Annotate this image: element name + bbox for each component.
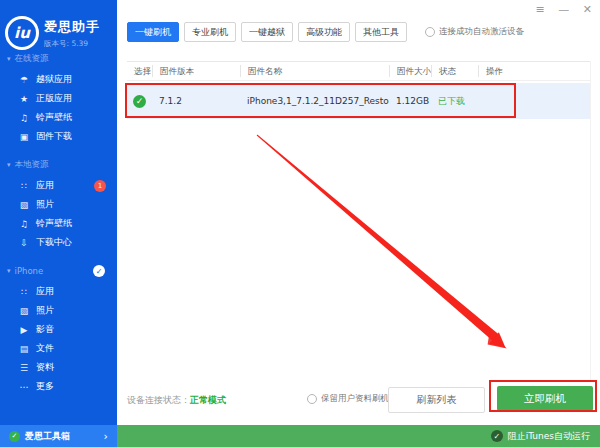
list-icon: ☰ [17,363,31,373]
sidebar-item-label: 铃声壁纸 [36,217,72,230]
sidebar-section-label: 在线资源 [15,53,49,65]
row-firmware-version: 7.1.2 [152,96,240,106]
tab-advanced-features[interactable]: 高级功能 [298,22,350,42]
row-status-downloaded: 已下载 [431,95,478,108]
sidebar-item-label: 照片 [36,304,54,317]
sidebar-item-label: 正版应用 [36,92,72,105]
block-itunes-check-icon[interactable]: ✓ [491,430,503,442]
column-header-firmware-version: 固件版本 [152,65,240,77]
media-play-icon: ▶ [17,325,31,335]
sidebar-item-download-center[interactable]: ⇩ 下载中心 [0,233,117,252]
table-header: 选择 固件版本 固件名称 固件大小 状态 操作 [127,61,590,81]
download-icon: ⇩ [17,238,31,248]
radio-circle-icon[interactable] [307,394,317,404]
device-connected-check-icon: ✓ [93,265,105,277]
sidebar-item-label: 固件下载 [36,130,72,143]
photo-icon: ▧ [17,306,31,316]
sidebar-item-local-apps[interactable]: ∷ 应用 1 [0,176,117,195]
row-firmware-name: iPhone3,1_7.1.2_11D257_Restore.ipsw [240,96,389,106]
toolbox-bar[interactable]: ✓ 爱思工具箱 › [0,425,117,447]
sidebar-item-device-media[interactable]: ▶ 影音 [0,320,117,339]
flash-now-button[interactable]: 立即刷机 [497,386,593,411]
sidebar-section-label: 本地资源 [15,159,49,171]
sidebar-item-device-apps[interactable]: ∷ 应用 [0,282,117,301]
column-header-select: 选择 [127,65,152,77]
sidebar-item-label: 更多 [36,380,54,393]
sidebar-section-online-header[interactable]: ▾ 在线资源 [0,48,117,70]
keep-user-data-radio[interactable]: 保留用户资料刷机 [307,393,389,405]
refresh-list-button[interactable]: 刷新列表 [388,387,485,413]
ringtone-icon: ♫ [17,113,31,123]
apps-grid-icon: ∷ [17,181,31,191]
ringtone-icon: ♫ [17,219,31,229]
sidebar-item-device-files[interactable]: ▤ 文件 [0,339,117,358]
block-itunes-label: 阻止iTunes自动运行 [508,430,590,443]
tab-one-click-flash[interactable]: 一键刷机 [127,22,179,42]
sidebar-section-label: iPhone [15,266,44,276]
sidebar-item-label: 照片 [36,198,54,211]
sidebar-item-more[interactable]: ⋯ 更多 [0,377,117,396]
sidebar-item-firmware-download[interactable]: ▣ 固件下载 [0,127,117,146]
caret-down-icon: ▾ [7,55,11,63]
sidebar-item-local-photos[interactable]: ▧ 照片 [0,195,117,214]
notification-badge: 1 [94,180,106,192]
app-logo: iu 爱思助手 版本号: 5.39 [5,16,100,50]
table-row[interactable]: ✓ 7.1.2 iPhone3,1_7.1.2_11D257_Restore.i… [127,83,590,119]
toolbox-label: 爱思工具箱 [25,430,70,443]
column-header-firmware-name: 固件名称 [240,65,389,77]
tab-pro-flash[interactable]: 专业刷机 [184,22,236,42]
photo-icon: ▧ [17,200,31,210]
column-header-actions: 操作 [478,65,590,77]
radio-circle-icon[interactable] [425,27,435,37]
bottom-status-bar: ✓ 阻止iTunes自动运行 [117,425,600,447]
sidebar-section-iphone: ▾ iPhone ✓ ∷ 应用 ▧ 照片 ▶ 影音 ▤ [0,260,117,396]
sidebar-section-local-header[interactable]: ▾ 本地资源 [0,154,117,176]
row-firmware-size: 1.12GB [389,96,431,106]
file-icon: ▤ [17,344,31,354]
more-dots-icon: ⋯ [17,382,31,392]
row-selected-check-icon[interactable]: ✓ [133,95,146,108]
jailbreak-icon: ☂ [17,75,31,85]
window-minimize-icon[interactable]: — [558,3,569,16]
connection-status: 设备连接状态：正常模式 [127,394,226,407]
tab-other-tools[interactable]: 其他工具 [355,22,407,42]
sidebar-item-jailbreak-apps[interactable]: ☂ 越狱应用 [0,70,117,89]
sidebar-item-label: 越狱应用 [36,73,72,86]
connection-status-label: 设备连接状态： [127,395,190,405]
caret-down-icon: ▾ [7,267,11,275]
chevron-right-icon: › [104,430,108,443]
caret-down-icon: ▾ [7,161,11,169]
app-logo-icon: iu [5,16,39,50]
column-header-firmware-size: 固件大小 [389,65,431,77]
window-controls: ≡ — ✕ [526,3,592,16]
apps-grid-icon: ∷ [17,287,31,297]
sidebar-item-label: 影音 [36,323,54,336]
keep-user-data-label: 保留用户资料刷机 [321,393,389,405]
sidebar-item-local-ringtones[interactable]: ♫ 铃声壁纸 [0,214,117,233]
sidebar-menu: ▾ 在线资源 ☂ 越狱应用 ★ 正版应用 ♫ 铃声壁纸 ▣ 固件下载 [0,48,117,404]
window-menu-icon[interactable]: ≡ [536,3,545,16]
sidebar-item-device-photos[interactable]: ▧ 照片 [0,301,117,320]
sidebar-item-label: 铃声壁纸 [36,111,72,124]
sidebar-section-online: ▾ 在线资源 ☂ 越狱应用 ★ 正版应用 ♫ 铃声壁纸 ▣ 固件下载 [0,48,117,146]
auto-activate-radio[interactable]: 连接成功自动激活设备 [425,26,524,38]
sidebar: iu 爱思助手 版本号: 5.39 ▾ 在线资源 ☂ 越狱应用 ★ 正版应用 [0,0,117,447]
sidebar-item-ringtones-wallpapers[interactable]: ♫ 铃声壁纸 [0,108,117,127]
auto-activate-label: 连接成功自动激活设备 [439,26,524,38]
tab-one-click-jailbreak[interactable]: 一键越狱 [241,22,293,42]
app-title: 爱思助手 [44,18,100,36]
sidebar-item-device-data[interactable]: ☰ 资料 [0,358,117,377]
column-header-status: 状态 [431,65,478,77]
sidebar-item-label: 资料 [36,361,54,374]
toolbox-check-icon: ✓ [9,431,20,442]
sidebar-item-genuine-apps[interactable]: ★ 正版应用 [0,89,117,108]
tab-bar: 一键刷机 专业刷机 一键越狱 高级功能 其他工具 连接成功自动激活设备 [127,22,524,42]
genuine-app-icon: ★ [17,94,31,104]
firmware-cube-icon: ▣ [17,132,31,142]
footer-controls: 设备连接状态：正常模式 保留用户资料刷机 刷新列表 立即刷机 [127,384,596,414]
sidebar-section-iphone-header[interactable]: ▾ iPhone ✓ [0,260,117,282]
sidebar-section-local: ▾ 本地资源 ∷ 应用 1 ▧ 照片 ♫ 铃声壁纸 ⇩ [0,154,117,252]
sidebar-item-label: 应用 [36,285,54,298]
window-close-icon[interactable]: ✕ [583,3,592,16]
firmware-table: 选择 固件版本 固件名称 固件大小 状态 操作 ✓ 7.1.2 iPhone3,… [127,61,591,380]
